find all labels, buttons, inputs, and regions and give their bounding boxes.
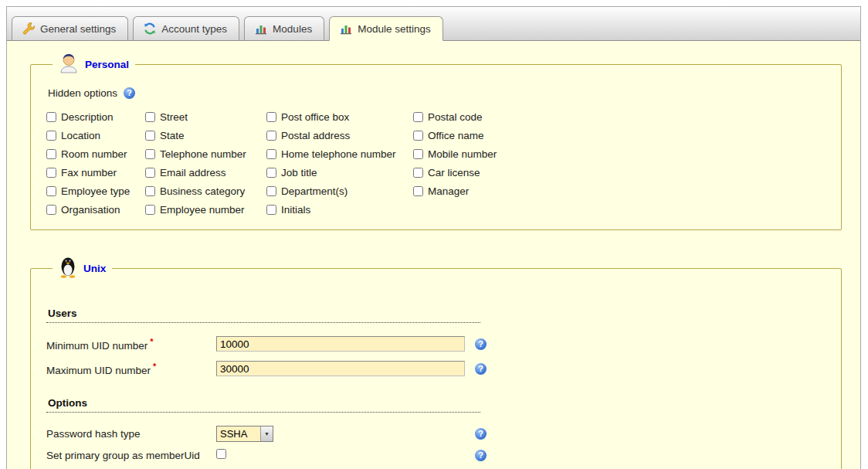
checkbox[interactable] <box>145 205 155 215</box>
tab-label: Modules <box>273 23 312 35</box>
section-header-users: Users <box>46 308 480 323</box>
checkbox-label: Office name <box>428 130 484 141</box>
checkbox-item-manager[interactable]: Manager <box>413 185 826 197</box>
checkbox-label: Car license <box>428 167 480 178</box>
checkbox-item-business-category[interactable]: Business category <box>145 185 266 197</box>
person-icon <box>59 52 79 76</box>
checkbox-item-employee-type[interactable]: Employee type <box>46 185 145 197</box>
tab-label: Account types <box>161 23 227 35</box>
checkbox[interactable] <box>46 205 56 215</box>
member-uid-label: Set primary group as memberUid <box>46 450 216 461</box>
checkbox-item-postal-address[interactable]: Postal address <box>266 130 413 141</box>
checkbox[interactable] <box>266 205 276 215</box>
tab-modules[interactable]: Modules <box>244 16 324 40</box>
dropdown-button[interactable]: ▼ <box>260 427 273 441</box>
checkbox[interactable] <box>413 112 423 122</box>
unix-legend: Unix <box>53 255 112 281</box>
min-uid-label: Minimum UID number* <box>46 337 216 352</box>
help-icon-max-uid[interactable]: ? <box>475 363 487 375</box>
checkbox-label: Fax number <box>61 167 117 178</box>
max-uid-row: Maximum UID number* ? <box>46 360 826 377</box>
help-icon-hidden-options[interactable]: ? <box>124 87 135 99</box>
checkbox-label: Business category <box>160 185 245 197</box>
checkbox[interactable] <box>46 186 56 196</box>
checkbox-item-job-title[interactable]: Job title <box>266 167 413 178</box>
checkbox-item-description[interactable]: Description <box>46 111 145 123</box>
checkbox-label: Telephone number <box>160 148 246 160</box>
checkbox-label: Department(s) <box>281 185 348 197</box>
checkbox[interactable] <box>266 149 276 159</box>
checkbox-label: Initials <box>281 204 310 216</box>
checkbox[interactable] <box>46 131 56 141</box>
checkbox[interactable] <box>266 112 276 122</box>
tab-general-settings[interactable]: General settings <box>12 16 128 40</box>
checkbox-item-departments[interactable]: Department(s) <box>266 185 413 197</box>
tux-penguin-icon <box>59 255 77 281</box>
checkbox[interactable] <box>413 168 423 178</box>
checkbox-label: Home telephone number <box>281 148 396 160</box>
checkbox[interactable] <box>266 168 276 178</box>
password-hash-row: Password hash type SSHA ▼ ? <box>46 425 826 442</box>
checkbox-item-mobile-number[interactable]: Mobile number <box>413 148 826 160</box>
max-uid-input[interactable] <box>216 361 465 376</box>
checkbox-item-office-name[interactable]: Office name <box>413 130 826 141</box>
min-uid-input[interactable] <box>216 336 465 352</box>
checkbox[interactable] <box>145 112 155 122</box>
checkbox-item-organisation[interactable]: Organisation <box>46 204 145 216</box>
checkbox-item-postal-code[interactable]: Postal code <box>413 111 826 123</box>
checkbox-label: Postal code <box>428 111 483 123</box>
checkbox-label: Job title <box>281 167 317 178</box>
min-uid-label-text: Minimum UID number <box>46 339 147 351</box>
min-uid-field-cell <box>216 336 475 352</box>
checkbox-label: Organisation <box>61 204 120 216</box>
checkbox-item-home-telephone-number[interactable]: Home telephone number <box>266 148 413 160</box>
checkbox-item-location[interactable]: Location <box>46 130 145 141</box>
checkbox-item-fax-number[interactable]: Fax number <box>46 167 145 178</box>
member-uid-row: Set primary group as memberUid ? <box>46 447 826 464</box>
required-asterisk: * <box>150 337 153 346</box>
checkbox[interactable] <box>413 186 423 196</box>
checkbox-label: Description <box>61 111 114 123</box>
checkbox-item-post-office-box[interactable]: Post office box <box>266 111 413 123</box>
checkbox-item-telephone-number[interactable]: Telephone number <box>145 148 266 160</box>
help-icon-password-hash[interactable]: ? <box>475 428 487 440</box>
checkbox-label: Manager <box>428 185 469 197</box>
checkbox[interactable] <box>266 186 276 196</box>
checkbox-label: Email address <box>160 167 226 178</box>
checkbox[interactable] <box>145 149 155 159</box>
personal-legend-label: Personal <box>85 59 129 70</box>
account-types-icon <box>144 22 156 35</box>
required-asterisk: * <box>153 362 156 371</box>
checkbox-label: State <box>160 130 185 141</box>
help-icon-member-uid[interactable]: ? <box>475 450 487 461</box>
checkbox-item-state[interactable]: State <box>145 130 266 141</box>
checkbox-label: Room number <box>61 148 127 160</box>
checkbox[interactable] <box>145 131 155 141</box>
checkbox[interactable] <box>266 131 276 141</box>
checkbox-item-street[interactable]: Street <box>145 111 266 123</box>
checkbox-label: Street <box>160 111 188 123</box>
member-uid-field-cell <box>216 449 475 461</box>
checkbox[interactable] <box>46 112 56 122</box>
checkbox[interactable] <box>145 168 155 178</box>
checkbox-item-room-number[interactable]: Room number <box>46 148 145 160</box>
checkbox-item-car-license[interactable]: Car license <box>413 167 826 178</box>
tab-label: General settings <box>40 23 116 35</box>
tab-module-settings[interactable]: Module settings <box>329 16 443 41</box>
password-hash-label: Password hash type <box>46 428 216 440</box>
checkbox[interactable] <box>46 168 56 178</box>
checkbox-item-employee-number[interactable]: Employee number <box>145 204 266 216</box>
section-header-options: Options <box>46 397 480 413</box>
checkbox[interactable] <box>145 186 155 196</box>
tab-account-types[interactable]: Account types <box>133 16 239 40</box>
max-uid-field-cell <box>216 361 475 376</box>
checkbox[interactable] <box>413 131 423 141</box>
lam-configuration-window: General settings Account types <box>6 6 861 469</box>
checkbox-item-email-address[interactable]: Email address <box>145 167 266 178</box>
checkbox-item-initials[interactable]: Initials <box>266 204 413 216</box>
help-icon-min-uid[interactable]: ? <box>475 338 487 350</box>
checkbox[interactable] <box>413 149 423 159</box>
member-uid-checkbox[interactable] <box>216 449 226 459</box>
checkbox[interactable] <box>46 149 56 159</box>
password-hash-select[interactable]: SSHA ▼ <box>216 426 273 442</box>
